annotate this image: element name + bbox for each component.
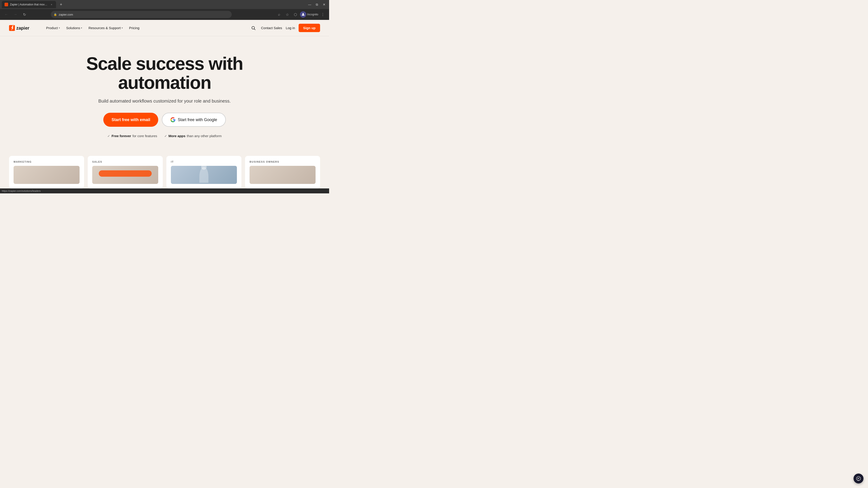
hero-features: ✓ Free forever for core features ✓ More … — [9, 134, 320, 138]
nav-product[interactable]: Product ▾ — [43, 24, 63, 32]
check-icon-2: ✓ — [164, 134, 167, 138]
refresh-button[interactable]: ↻ — [21, 11, 28, 18]
browser-toolbar: ← → ↻ 🔒 zapier.com ⌕ ☆ ⬡ Incognito ⋮ — [0, 9, 329, 20]
card-business-owners-label: BUSINESS OWNERS — [250, 160, 315, 163]
cast-button[interactable]: ⬡ — [292, 11, 299, 18]
card-it-label: IT — [171, 160, 237, 163]
zapier-logo-svg: zapier — [9, 24, 36, 32]
card-marketing-label: MARKETING — [13, 160, 80, 163]
status-bar: https://zapier.com/solutions/leaders — [0, 188, 329, 193]
close-button[interactable]: ✕ — [321, 1, 327, 8]
website-content: zapier Product ▾ Solutions ▾ Resources &… — [0, 20, 329, 188]
lock-icon: 🔒 — [54, 13, 57, 16]
card-sales-label: SALES — [92, 160, 158, 163]
restore-button[interactable]: ⧉ — [314, 1, 320, 8]
contact-sales-link[interactable]: Contact Sales — [261, 26, 282, 30]
hero-buttons: Start free with email Start free with Go… — [9, 113, 320, 127]
active-tab[interactable]: Zapier | Automation that moves... × — [2, 1, 56, 8]
card-business-owners-image — [250, 166, 315, 184]
minimize-button[interactable]: — — [307, 1, 313, 8]
status-url: https://zapier.com/solutions/leaders — [2, 190, 41, 192]
svg-text:zapier: zapier — [16, 26, 29, 31]
url-text: zapier.com — [59, 13, 73, 16]
nav-solutions[interactable]: Solutions ▾ — [64, 24, 85, 32]
search-toolbar-button[interactable]: ⌕ — [276, 11, 283, 18]
card-sales[interactable]: SALES — [88, 156, 163, 188]
card-sales-image — [92, 166, 158, 184]
card-it-image — [171, 166, 237, 184]
search-icon — [251, 26, 256, 30]
feature-apps: ✓ More apps than any other platform — [164, 134, 221, 138]
card-marketing[interactable]: MARKETING — [9, 156, 84, 188]
browser-title-bar: Zapier | Automation that moves... × + — … — [0, 0, 329, 9]
toolbar-actions: ⌕ ☆ ⬡ Incognito ⋮ — [276, 11, 327, 18]
hero-subtitle: Build automated workflows customized for… — [9, 98, 320, 104]
bookmark-button[interactable]: ☆ — [284, 11, 291, 18]
feature-free: ✓ Free forever for core features — [107, 134, 157, 138]
address-bar[interactable]: 🔒 zapier.com — [51, 11, 232, 18]
card-business-owners[interactable]: BUSINESS OWNERS — [245, 156, 320, 188]
card-marketing-image — [13, 166, 80, 184]
nav-right: Contact Sales Log in Sign up — [249, 24, 320, 32]
resources-chevron-icon: ▾ — [122, 27, 123, 29]
nav-links: Product ▾ Solutions ▾ Resources & Suppor… — [43, 24, 242, 32]
check-icon-1: ✓ — [107, 134, 110, 138]
svg-line-5 — [254, 29, 255, 30]
start-google-button[interactable]: Start free with Google — [162, 113, 225, 127]
incognito-label: Incognito — [307, 13, 318, 16]
logo[interactable]: zapier — [9, 24, 36, 32]
profile-button[interactable] — [300, 11, 306, 18]
hero-section: Scale success with automation Build auto… — [0, 36, 329, 151]
google-logo-icon — [170, 117, 176, 122]
hero-title: Scale success with automation — [63, 54, 266, 92]
window-controls: — ⧉ ✕ — [307, 1, 327, 8]
site-navigation: zapier Product ▾ Solutions ▾ Resources &… — [0, 20, 329, 36]
forward-button[interactable]: → — [12, 11, 19, 18]
tab-close-button[interactable]: × — [50, 3, 53, 6]
login-link[interactable]: Log in — [286, 26, 295, 30]
cards-section: MARKETING SALES IT BUSINESS OWNERS — [0, 151, 329, 188]
menu-button[interactable]: ⋮ — [319, 11, 327, 18]
product-chevron-icon: ▾ — [59, 27, 60, 29]
card-it[interactable]: IT — [166, 156, 241, 188]
start-email-button[interactable]: Start free with email — [103, 113, 158, 127]
tab-favicon — [4, 3, 8, 6]
search-button[interactable] — [249, 24, 257, 32]
signup-button[interactable]: Sign up — [299, 24, 320, 32]
nav-pricing[interactable]: Pricing — [126, 24, 142, 32]
new-tab-button[interactable]: + — [58, 1, 64, 8]
nav-resources[interactable]: Resources & Support ▾ — [86, 24, 125, 32]
browser-chrome: Zapier | Automation that moves... × + — … — [0, 0, 329, 20]
svg-point-0 — [303, 13, 304, 14]
back-button[interactable]: ← — [3, 11, 10, 18]
solutions-chevron-icon: ▾ — [81, 27, 82, 29]
tab-title: Zapier | Automation that moves... — [10, 3, 48, 6]
